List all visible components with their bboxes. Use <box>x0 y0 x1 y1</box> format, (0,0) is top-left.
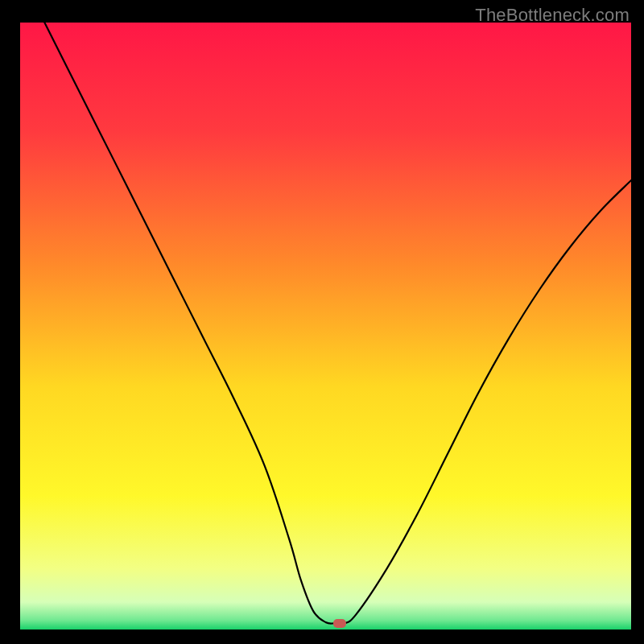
chart-svg <box>0 0 644 644</box>
plot-area <box>20 23 631 630</box>
bottleneck-chart: TheBottleneck.com <box>0 0 644 644</box>
optimum-marker <box>333 619 346 628</box>
watermark-label: TheBottleneck.com <box>475 5 630 26</box>
